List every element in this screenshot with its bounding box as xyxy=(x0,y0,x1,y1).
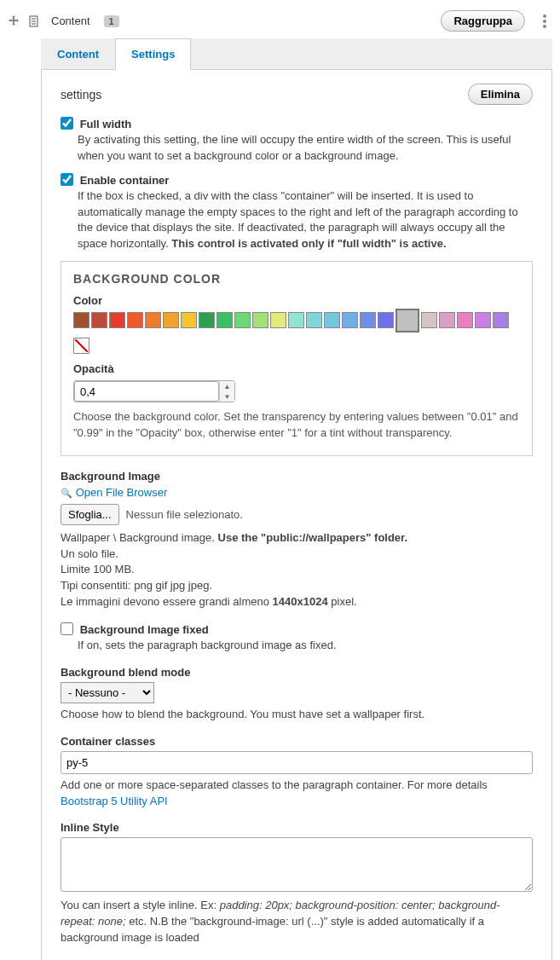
bg-title: BACKGROUND COLOR xyxy=(73,272,520,286)
color-swatch[interactable] xyxy=(270,312,286,328)
opacity-label: Opacità xyxy=(73,362,520,375)
color-swatch[interactable] xyxy=(439,312,455,328)
color-none-swatch[interactable] xyxy=(73,338,89,354)
blend-select[interactable]: - Nessuno - xyxy=(61,682,154,703)
background-color-box: BACKGROUND COLOR Color Opacità ▲▼ Choose… xyxy=(61,261,533,456)
color-swatch[interactable] xyxy=(306,312,322,328)
open-file-browser-link[interactable]: Open File Browser xyxy=(76,486,168,499)
color-swatch[interactable] xyxy=(457,312,473,328)
bg-image-help: Wallpaper \ Background image. Use the "p… xyxy=(61,530,533,610)
color-swatches xyxy=(73,312,520,333)
color-swatch[interactable] xyxy=(181,312,197,328)
color-swatch[interactable] xyxy=(127,312,143,328)
color-swatch[interactable] xyxy=(421,312,437,328)
settings-panel: settings Elimina Full width By activatin… xyxy=(41,70,552,960)
color-swatch[interactable] xyxy=(91,312,107,328)
group-button[interactable]: Raggruppa xyxy=(441,10,525,32)
full-width-checkbox[interactable] xyxy=(61,117,73,130)
move-icon[interactable] xyxy=(7,14,20,28)
color-swatch[interactable] xyxy=(145,312,161,328)
inline-style-textarea[interactable] xyxy=(61,837,533,892)
bg-image-title: Background Image xyxy=(61,470,533,483)
color-swatch[interactable] xyxy=(493,312,509,328)
color-swatch[interactable] xyxy=(252,312,268,328)
bg-fixed-desc: If on, sets the paragraph background ima… xyxy=(78,638,533,654)
color-swatch[interactable] xyxy=(199,312,215,328)
tab-content[interactable]: Content xyxy=(41,38,115,69)
content-icon xyxy=(27,14,41,28)
container-classes-title: Container classes xyxy=(61,735,533,748)
full-width-desc: By activating this setting, the line wil… xyxy=(78,132,533,165)
container-classes-input[interactable] xyxy=(61,751,533,774)
bg-help: Choose the background color. Set the tra… xyxy=(73,409,520,442)
color-swatch[interactable] xyxy=(342,312,358,328)
count-badge: 1 xyxy=(104,15,119,27)
color-swatch[interactable] xyxy=(378,312,394,328)
choose-file-button[interactable]: Sfoglia... xyxy=(61,504,119,525)
color-swatch[interactable] xyxy=(324,312,340,328)
enable-container-checkbox[interactable] xyxy=(61,173,73,186)
blend-help: Choose how to blend the background. You … xyxy=(61,707,533,723)
opacity-input-wrap: ▲▼ xyxy=(73,380,235,402)
container-classes-help: Add one or more space-separated classes … xyxy=(61,778,533,810)
inline-style-title: Inline Style xyxy=(61,821,533,834)
color-swatch[interactable] xyxy=(163,312,179,328)
bg-fixed-label[interactable]: Background Image fixed xyxy=(61,623,209,636)
blend-title: Background blend mode xyxy=(61,666,533,679)
color-swatch[interactable] xyxy=(216,312,233,328)
color-swatch[interactable] xyxy=(234,312,251,328)
delete-button[interactable]: Elimina xyxy=(468,84,533,105)
color-swatch[interactable] xyxy=(109,312,125,328)
search-icon: 🔍 xyxy=(61,488,72,498)
more-menu-icon[interactable] xyxy=(537,12,552,31)
panel-title: settings xyxy=(61,88,101,101)
opacity-spinner[interactable]: ▲▼ xyxy=(219,381,234,402)
color-label: Color xyxy=(73,294,520,307)
color-swatch[interactable] xyxy=(360,312,376,328)
enable-container-label[interactable]: Enable container xyxy=(61,174,169,187)
full-width-label[interactable]: Full width xyxy=(61,118,131,130)
enable-container-desc: If the box is checked, a div with the cl… xyxy=(78,188,533,252)
inline-style-help: You can insert a style inline. Ex: paddi… xyxy=(61,898,533,946)
tabs: Content Settings xyxy=(41,38,552,70)
opacity-input[interactable] xyxy=(74,381,219,402)
color-swatch-selected[interactable] xyxy=(395,309,419,333)
content-title: Content xyxy=(51,14,90,27)
color-swatch[interactable] xyxy=(73,312,89,328)
bg-fixed-checkbox[interactable] xyxy=(61,622,73,635)
file-status: Nessun file selezionato. xyxy=(126,508,243,521)
color-swatch[interactable] xyxy=(288,312,304,328)
top-bar: Content 1 Raggruppa xyxy=(7,7,552,35)
bootstrap-api-link[interactable]: Bootstrap 5 Utility API xyxy=(61,795,168,807)
color-swatch[interactable] xyxy=(475,312,491,328)
tab-settings[interactable]: Settings xyxy=(115,38,191,70)
